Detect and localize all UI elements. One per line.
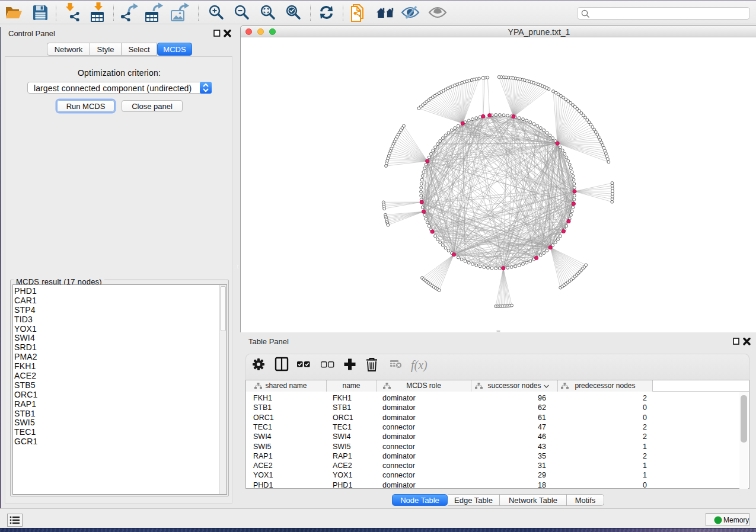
svg-text:f(x): f(x) [411, 358, 428, 372]
